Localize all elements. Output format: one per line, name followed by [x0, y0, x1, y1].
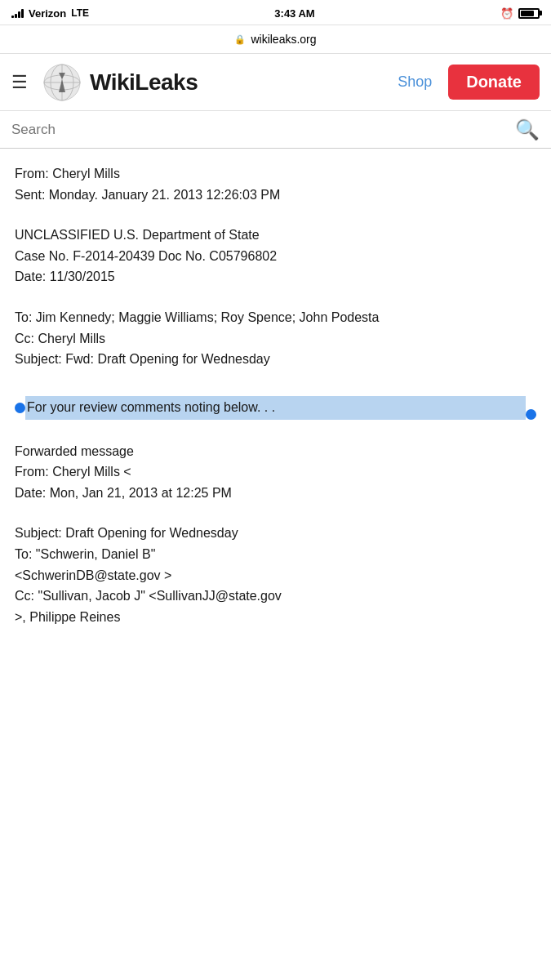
nav-bar: ☰ WikiLeaks Shop Donate	[0, 54, 551, 111]
selection-handle-left	[15, 403, 25, 413]
forwarded-header: Forwarded message	[15, 441, 536, 462]
fwd-subject: Subject: Draft Opening for Wednesday	[15, 523, 536, 544]
fwd-date: Date: Mon, Jan 21, 2013 at 12:25 PM	[15, 483, 536, 504]
battery-fill	[521, 11, 534, 16]
logo-container[interactable]: WikiLeaks	[41, 61, 198, 104]
forwarded-block: Forwarded message From: Cheryl Mills < D…	[15, 441, 536, 504]
donate-button[interactable]: Donate	[448, 65, 540, 100]
unclassified-line1: UNCLASSIFIED U.S. Department of State	[15, 225, 536, 246]
status-time: 3:43 AM	[274, 7, 314, 20]
highlighted-text[interactable]: For your review comments noting below. .…	[25, 396, 526, 420]
url-bar[interactable]: 🔒 wikileaks.org	[0, 24, 551, 54]
fwd-cc-line2: >, Philippe Reines	[15, 607, 536, 628]
fwd-details-block: Subject: Draft Opening for Wednesday To:…	[15, 523, 536, 627]
status-right: ⏰	[500, 7, 540, 20]
subject-line: Subject: Fwd: Draft Opening for Wednesda…	[15, 349, 536, 370]
carrier-name: Verizon	[29, 7, 66, 20]
status-bar: Verizon LTE 3:43 AM ⏰	[0, 0, 551, 24]
signal-bar-3	[18, 11, 20, 18]
sent-line: Sent: Monday. January 21. 2013 12:26:03 …	[15, 185, 536, 206]
unclassified-line3: Date: 11/30/2015	[15, 266, 536, 287]
selection-handle-right	[526, 409, 536, 420]
email-from: From: Cheryl Mills Sent: Monday. January…	[15, 163, 536, 205]
signal-bar-4	[21, 9, 24, 18]
fwd-cc-line1: Cc: "Sullivan, Jacob J" <SullivanJJ@stat…	[15, 586, 536, 607]
search-icon[interactable]: 🔍	[515, 118, 540, 141]
signal-bar-1	[11, 16, 14, 18]
url-text: wikileaks.org	[251, 33, 316, 46]
status-left: Verizon LTE	[11, 7, 89, 20]
signal-bar-2	[15, 14, 17, 18]
hamburger-menu-icon[interactable]: ☰	[11, 72, 28, 93]
highlighted-text-row: For your review comments noting below. .…	[15, 396, 536, 420]
email-content: From: Cheryl Mills Sent: Monday. January…	[0, 149, 551, 647]
lock-icon: 🔒	[234, 34, 246, 45]
fwd-from: From: Cheryl Mills <	[15, 461, 536, 483]
network-type: LTE	[71, 7, 89, 19]
cc-line: Cc: Cheryl Mills	[15, 328, 536, 350]
unclassified-block: UNCLASSIFIED U.S. Department of State Ca…	[15, 225, 536, 287]
recipients-block: To: Jim Kennedy; Maggie Williams; Roy Sp…	[15, 307, 536, 370]
signal-bars	[11, 8, 24, 18]
wikileaks-logo-icon	[41, 61, 83, 104]
unclassified-line2: Case No. F-2014-20439 Doc No. C05796802	[15, 246, 536, 267]
from-line: From: Cheryl Mills	[15, 163, 536, 185]
search-input[interactable]	[11, 122, 507, 138]
shop-link[interactable]: Shop	[398, 74, 432, 91]
battery-icon	[518, 8, 540, 19]
fwd-to-line1: To: "Schwerin, Daniel B"	[15, 544, 536, 565]
search-bar[interactable]: 🔍	[0, 111, 551, 149]
site-title: WikiLeaks	[90, 69, 198, 96]
fwd-to-line2: <SchwerinDB@state.gov >	[15, 565, 536, 586]
alarm-icon: ⏰	[500, 7, 513, 20]
to-line: To: Jim Kennedy; Maggie Williams; Roy Sp…	[15, 307, 536, 328]
